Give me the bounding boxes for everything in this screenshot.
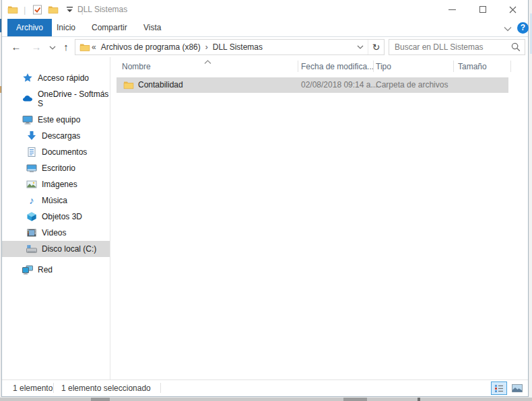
properties-button[interactable] [31,3,43,15]
sidebar-item-descargas[interactable]: Descargas [2,128,110,144]
details-view-button[interactable] [491,381,507,395]
desktop-icon [26,163,37,174]
item-count: 1 elemento [13,384,53,393]
sidebar-item-label: Videos [42,228,66,238]
large-icons-view-button[interactable] [509,381,525,395]
sidebar-item-escritorio[interactable]: Escritorio [2,160,110,176]
onedrive-cloud-icon [22,94,33,104]
help-button[interactable]: ? [517,22,529,34]
search-icon[interactable] [511,42,521,54]
column-headers: Nombre Fecha de modifica... Tipo Tamaño [111,57,528,76]
view-toggle-buttons [491,381,525,395]
window-controls [437,0,528,19]
sidebar-item-imagenes[interactable]: Imágenes [2,176,110,192]
videos-film-icon [26,227,37,238]
tab-vista[interactable]: Vista [135,19,170,36]
sidebar-item-label: Objetos 3D [42,212,82,221]
music-note-icon: ♪ [26,195,37,206]
address-bar[interactable]: « Archivos de programa (x86) › DLL Siste… [75,39,385,55]
selection-count: 1 elemento seleccionado [61,384,151,393]
breadcrumb-segment-current[interactable]: DLL Sistemas [209,42,266,52]
customize-qat-button[interactable] [63,3,75,15]
navigation-pane: Acceso rápido OneDrive - Softmás S Este … [2,57,110,380]
navigation-bar: ← → ↑ « Archivos de programa (x86) › DLL… [2,37,528,57]
chevron-down-icon [49,46,56,50]
search-input[interactable] [395,40,502,54]
sidebar-item-label: Imágenes [42,180,77,189]
qat-separator: | [22,5,27,15]
sidebar-item-objetos-3d[interactable]: Objetos 3D [2,209,110,225]
address-dropdown-button[interactable] [353,40,368,54]
sidebar-item-label: Acceso rápido [38,73,89,83]
column-header-tamano[interactable]: Tamaño [458,62,487,71]
sidebar-item-label: Documentos [42,147,87,157]
column-separator[interactable] [453,61,454,72]
sidebar-item-musica[interactable]: ♪ Música [2,192,110,209]
tab-compartir[interactable]: Compartir [83,19,136,36]
column-header-nombre[interactable]: Nombre [122,62,151,71]
chevron-down-icon [357,45,364,50]
minimize-icon [448,9,456,10]
background-taskbar-fragment [343,398,367,401]
large-icons-view-icon [512,384,523,392]
sidebar-item-label: Este equipo [38,115,80,124]
hard-drive-icon [26,244,37,254]
file-modified-date: 02/08/2018 09:14 a... [301,80,377,89]
maximize-button[interactable] [467,0,498,19]
column-separator[interactable] [373,61,374,72]
address-folder-icon [79,42,90,52]
breadcrumb-separator[interactable]: › [204,42,209,52]
sidebar-item-este-equipo[interactable]: Este equipo [2,112,110,128]
refresh-button[interactable]: ↻ [368,40,384,54]
title-bar[interactable]: | | DLL Sistemas [2,0,528,19]
sidebar-item-label: Música [42,196,67,205]
breadcrumb-overflow-chevron[interactable]: « [90,42,98,52]
sidebar-item-label: Escritorio [42,163,75,173]
sidebar-item-red[interactable]: Red [2,262,110,278]
up-button[interactable]: ↑ [59,40,73,54]
column-header-tipo[interactable]: Tipo [376,62,391,71]
column-separator[interactable] [510,61,511,72]
sidebar-item-onedrive[interactable]: OneDrive - Softmás S [2,91,110,107]
forward-button[interactable]: → [29,40,44,54]
downloads-arrow-icon [26,131,37,141]
sidebar-item-documentos[interactable]: Documentos [2,144,110,160]
column-separator[interactable] [298,61,298,72]
minimize-button[interactable] [437,0,467,19]
expand-ribbon-button[interactable] [504,24,512,34]
sidebar-item-disco-local[interactable]: Disco local (C:) [2,241,110,257]
quick-access-toolbar: | | [7,0,85,19]
file-row-contabilidad[interactable]: Contabilidad 02/08/2018 09:14 a... Carpe… [117,77,508,93]
sidebar-item-acceso-rapido[interactable]: Acceso rápido [2,70,110,86]
sidebar-item-videos[interactable]: Videos [2,225,110,241]
file-list-pane[interactable]: Nombre Fecha de modifica... Tipo Tamaño … [111,57,528,380]
maximize-icon [479,6,486,13]
file-name: Contabilidad [138,80,183,89]
explorer-window: | | DLL Sistemas Archivo Inicio Comparti… [1,0,529,397]
column-header-fecha[interactable]: Fecha de modifica... [301,62,374,71]
ribbon-tab-bar: Archivo Inicio Compartir Vista ? [2,19,528,37]
quick-access-star-icon [22,73,33,83]
back-button[interactable]: ← [9,40,24,54]
folder-icon [123,79,134,90]
network-icon [22,264,33,275]
sort-ascending-icon [204,57,211,67]
close-button[interactable] [498,0,528,19]
details-view-icon [494,384,504,392]
tab-inicio[interactable]: Inicio [48,19,84,36]
search-box [389,39,525,55]
background-taskbar-fragment [418,398,420,401]
pictures-icon [26,179,37,190]
sidebar-item-label: Descargas [42,131,80,141]
sidebar-item-label: Red [38,265,53,275]
tab-archivo[interactable]: Archivo [7,19,52,36]
window-folder-icon [7,4,18,15]
new-folder-button[interactable] [47,3,59,15]
window-title: DLL Sistemas [77,5,127,14]
status-separator [160,383,161,393]
cube-3d-icon [26,211,37,222]
this-pc-icon [22,114,33,125]
status-bar: 1 elemento 1 elemento seleccionado [2,379,528,396]
breadcrumb-segment-program-files[interactable]: Archivos de programa (x86) [98,42,204,52]
recent-locations-button[interactable] [45,40,60,54]
